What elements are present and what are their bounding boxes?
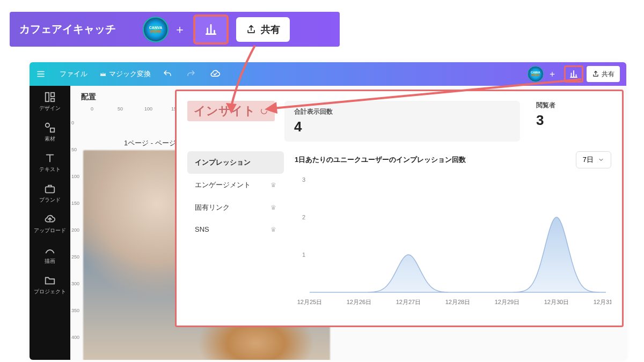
- canva-work-badge-small: CANVAWORK: [528, 66, 544, 82]
- svg-text:12月25日: 12月25日: [297, 299, 322, 305]
- redo-button[interactable]: [186, 69, 198, 79]
- tab-sns[interactable]: SNS♛: [187, 219, 284, 240]
- rail-elements[interactable]: 素材: [44, 122, 56, 143]
- magic-convert[interactable]: マジック変換: [99, 69, 151, 79]
- rail-draw[interactable]: 描画: [44, 244, 56, 265]
- briefcase-icon: [44, 183, 56, 195]
- rail-design[interactable]: デザイン: [39, 91, 61, 112]
- text-icon: [44, 152, 56, 164]
- svg-rect-0: [46, 93, 49, 102]
- rail-project[interactable]: プロジェクト: [34, 275, 66, 295]
- crown-icon: ♛: [270, 204, 276, 211]
- svg-rect-5: [46, 187, 55, 193]
- insights-title: インサイト: [187, 101, 275, 121]
- period-dropdown[interactable]: 7日: [576, 151, 611, 168]
- left-tool-rail: デザイン 素材 テキスト ブランド アップロード 描画 プロジェクト: [30, 86, 70, 360]
- svg-text:12月30日: 12月30日: [544, 299, 569, 305]
- svg-text:1: 1: [302, 252, 305, 258]
- chart-title: 1日あたりのユニークユーザーのインプレッション回数: [295, 155, 466, 165]
- vertical-ruler: 0 50 100 150 200 250 300 350 400 450: [70, 115, 80, 360]
- crown-icon: [99, 70, 107, 78]
- stat-total-views: 合計表示回数 4: [284, 101, 520, 142]
- svg-text:3: 3: [302, 176, 305, 183]
- svg-text:12月26日: 12月26日: [347, 299, 371, 305]
- rail-upload[interactable]: アップロード: [34, 213, 66, 234]
- draw-icon: [44, 244, 56, 256]
- svg-rect-1: [51, 93, 54, 97]
- loading-icon: [260, 107, 268, 115]
- undo-button[interactable]: [163, 69, 174, 79]
- insights-panel: インサイト 合計表示回数 4 閲覧者 3 インプレッション エンゲージメント♛ …: [175, 90, 624, 327]
- insights-tabs: インプレッション エンゲージメント♛ 固有リンク♛ SNS♛: [187, 151, 284, 313]
- impressions-chart: 12312月25日12月26日12月27日12月28日12月29日12月30日1…: [295, 172, 611, 311]
- shapes-icon: [44, 122, 56, 134]
- export-icon: [592, 70, 599, 78]
- stat-viewers: 閲覧者 3: [536, 101, 611, 129]
- rail-brand[interactable]: ブランド: [39, 183, 61, 204]
- tab-engagement[interactable]: エンゲージメント♛: [187, 174, 284, 196]
- panel-label: 配置: [81, 92, 96, 102]
- add-icon[interactable]: ＋: [174, 21, 186, 38]
- chevron-down-icon: [598, 157, 604, 163]
- hamburger-menu[interactable]: [36, 69, 48, 79]
- cloud-upload-icon: [44, 213, 56, 225]
- editor-topbar: ファイル マジック変換 CANVAWORK ＋ 共有: [30, 62, 626, 86]
- canva-work-badge: CANVAWORK: [143, 17, 169, 42]
- bar-chart-icon: [569, 69, 579, 79]
- folder-icon: [44, 275, 56, 286]
- cloud-check-icon: [210, 69, 221, 79]
- file-menu[interactable]: ファイル: [60, 69, 87, 79]
- header-banner: カフェアイキャッチ CANVAWORK ＋ 共有: [10, 12, 340, 47]
- crown-icon: ♛: [270, 226, 276, 233]
- chart-column: 1日あたりのユニークユーザーのインプレッション回数 7日 12312月25日12…: [295, 151, 611, 313]
- add-icon-small[interactable]: ＋: [548, 69, 557, 80]
- svg-text:12月28日: 12月28日: [445, 299, 470, 305]
- svg-rect-4: [50, 128, 54, 132]
- svg-point-3: [46, 123, 49, 127]
- insights-chart-button[interactable]: [193, 14, 229, 45]
- insights-chart-button-small[interactable]: [564, 65, 583, 83]
- redo-icon: [186, 69, 196, 79]
- layout-icon: [44, 91, 56, 103]
- tab-impressions[interactable]: インプレッション: [187, 151, 284, 174]
- tab-links[interactable]: 固有リンク♛: [187, 196, 284, 219]
- share-button[interactable]: 共有: [236, 17, 290, 42]
- export-icon: [246, 24, 257, 35]
- svg-text:2: 2: [302, 214, 305, 220]
- undo-icon: [163, 69, 172, 79]
- crown-icon: ♛: [270, 181, 276, 189]
- cloud-sync[interactable]: [210, 69, 223, 79]
- svg-text:12月31日: 12月31日: [594, 299, 611, 305]
- share-button-small[interactable]: 共有: [587, 66, 620, 82]
- svg-text:12月29日: 12月29日: [495, 299, 519, 305]
- svg-point-6: [261, 108, 267, 114]
- design-title: カフェアイキャッチ: [19, 22, 116, 36]
- svg-text:12月27日: 12月27日: [396, 299, 421, 305]
- menu-icon: [36, 69, 46, 79]
- rail-text[interactable]: テキスト: [39, 152, 61, 173]
- svg-rect-2: [51, 99, 54, 102]
- bar-chart-icon: [204, 23, 218, 36]
